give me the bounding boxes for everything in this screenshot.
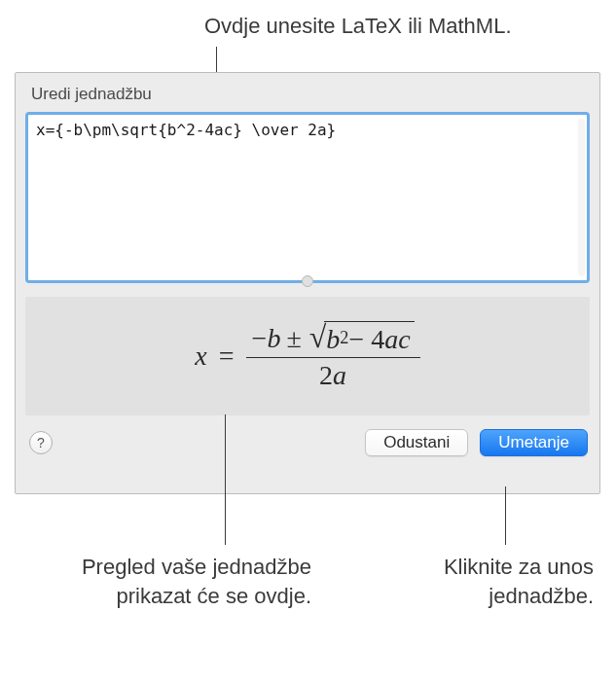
callout-line xyxy=(225,414,226,545)
preview-b: b xyxy=(267,323,280,354)
dialog-title: Uredi jednadžbu xyxy=(25,85,590,104)
preview-numerator: − b ± √ b 2 − 4 a c xyxy=(246,321,420,358)
sqrt-c: c xyxy=(398,324,410,355)
insert-button[interactable]: Umetanje xyxy=(480,429,588,456)
sqrt-a: a xyxy=(384,324,398,355)
preview-equals: = xyxy=(219,341,235,372)
preview-denominator: 2a xyxy=(319,358,346,391)
preview-plusminus: ± xyxy=(286,323,301,354)
equation-preview: x = − b ± √ b 2 − 4 a c xyxy=(195,321,419,391)
sqrt-content: b 2 − 4 a c xyxy=(324,321,414,355)
callout-line xyxy=(505,486,506,545)
sqrt-icon: √ xyxy=(309,323,327,357)
equation-preview-area: x = − b ± √ b 2 − 4 a c xyxy=(25,297,590,415)
sqrt-exp: 2 xyxy=(340,328,348,348)
button-group: Odustani Umetanje xyxy=(365,429,588,456)
callout-input-label: Ovdje unesite LaTeX ili MathML. xyxy=(204,14,597,39)
scrollbar[interactable] xyxy=(578,119,585,276)
edit-equation-dialog: Uredi jednadžbu x={-b\pm\sqrt{b^2-4ac} \… xyxy=(15,72,600,494)
equation-input-container: x={-b\pm\sqrt{b^2-4ac} \over 2a} xyxy=(25,112,590,283)
den-a: a xyxy=(333,360,346,390)
resize-handle[interactable] xyxy=(302,275,313,287)
cancel-button[interactable]: Odustani xyxy=(365,429,468,456)
preview-sqrt: √ b 2 − 4 a c xyxy=(309,321,415,355)
help-button[interactable]: ? xyxy=(29,431,53,454)
equation-input[interactable]: x={-b\pm\sqrt{b^2-4ac} \over 2a} xyxy=(28,115,587,280)
sqrt-minus4: − 4 xyxy=(348,324,384,355)
sqrt-b: b xyxy=(326,324,340,355)
preview-lhs: x xyxy=(195,341,206,372)
preview-minus: − xyxy=(252,323,268,354)
preview-fraction: − b ± √ b 2 − 4 a c 2 xyxy=(246,321,420,391)
callout-preview-label: Pregled vaše jednadžbe prikazat će se ov… xyxy=(49,553,311,610)
dialog-button-row: ? Odustani Umetanje xyxy=(25,429,590,456)
den-two: 2 xyxy=(319,360,333,390)
callout-insert-label: Kliknite za unos jednadžbe. xyxy=(360,553,594,610)
